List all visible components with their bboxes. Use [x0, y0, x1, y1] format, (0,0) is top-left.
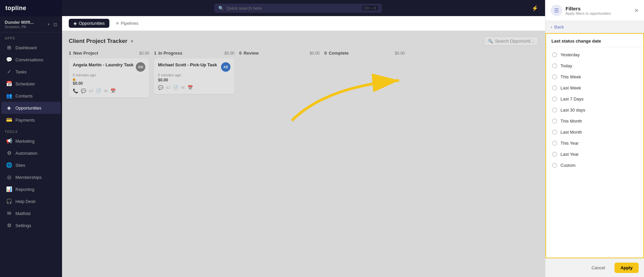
panel-subtitle: Apply filters to opportunities	[566, 11, 611, 15]
radio-last-year[interactable]: Last Year	[546, 149, 643, 160]
sidebar-item-sites[interactable]: 🌐 Sites	[1, 159, 61, 171]
radio-circle	[552, 74, 557, 79]
sidebar-item-conversations[interactable]: 💬 Conversations	[1, 54, 61, 66]
svg-text:AB: AB	[223, 65, 228, 69]
radio-label-this-year: This Year	[560, 141, 579, 146]
close-icon[interactable]: ✕	[634, 7, 639, 14]
tab-opportunities[interactable]: ◈ Opportunities	[69, 19, 109, 28]
sidebar-item-label: Conversations	[15, 57, 43, 62]
calendar-icon[interactable]: 📅	[187, 85, 193, 90]
calendar-icon[interactable]: 📅	[110, 88, 116, 93]
radio-yesterday[interactable]: Yesterday	[546, 49, 643, 60]
radio-last-30-days[interactable]: Last 30 days	[546, 105, 643, 116]
col-header-new-project: 1 New Project $0.00	[69, 51, 149, 56]
col-header-review: 0 Review $0.00	[239, 51, 320, 56]
org-selector[interactable]: Dunder Miffl... Scranton, PA ▾ ⊡	[0, 16, 62, 32]
main-area: 🔍 Ctrl + K ⚡ ◈ Opportunities ≡ Pipelines…	[62, 0, 545, 277]
phone-icon[interactable]: 📞	[73, 88, 78, 93]
chat-icon[interactable]: 💬	[81, 88, 86, 93]
file-icon[interactable]: 📄	[96, 88, 101, 93]
tools-section-label: Tools	[0, 126, 62, 135]
pipelines-tab-label: Pipelines	[121, 21, 139, 26]
col-title-complete: 0 Complete	[324, 51, 348, 56]
sidebar-item-label: Marketing	[15, 139, 35, 144]
tag-icon[interactable]: 🏷	[89, 88, 93, 93]
email-icon[interactable]: ✉	[104, 88, 108, 93]
apps-section-label: Apps	[0, 32, 62, 42]
card-time: 5 minutes ago	[158, 73, 230, 77]
radio-this-week[interactable]: This Week	[546, 71, 643, 82]
radio-today[interactable]: Today	[546, 60, 643, 71]
date-filter-title: Last status change date	[546, 34, 643, 47]
org-location: Scranton, PA	[5, 25, 45, 29]
radio-custom[interactable]: Custom	[546, 160, 643, 171]
helpdesk-icon: 🎧	[6, 198, 12, 204]
sidebar-item-tasks[interactable]: ✓ Tasks	[1, 66, 61, 78]
layout-icon[interactable]: ⊡	[53, 22, 57, 27]
sidebar-item-helpdesk[interactable]: 🎧 Help Desk	[1, 195, 61, 207]
col-title-in-progress: 1 In Progress	[154, 51, 182, 56]
lightning-icon[interactable]: ⚡	[532, 5, 538, 11]
tasks-icon: ✓	[6, 69, 12, 75]
back-button[interactable]: ‹ Back	[545, 21, 644, 33]
search-input[interactable]	[226, 6, 360, 11]
opportunities-icon: ◈	[6, 105, 12, 111]
search-opps-placeholder: Search Opportunit...	[495, 39, 534, 44]
pipeline-dropdown-icon[interactable]: ▾	[131, 39, 133, 44]
marketing-icon: 📢	[6, 138, 12, 144]
tab-pipelines[interactable]: ≡ Pipelines	[111, 19, 143, 28]
filter-icon: ☰	[551, 5, 562, 16]
radio-last-7-days[interactable]: Last 7 Days	[546, 93, 643, 105]
sidebar-item-payments[interactable]: 💳 Payments	[1, 114, 61, 126]
sidebar-item-opportunities[interactable]: ◈ Opportunities	[1, 102, 61, 114]
card-michael-scott[interactable]: Michael Scott - Pick-Up Task AB 5 minute…	[154, 58, 234, 94]
chat-icon[interactable]: 💬	[158, 85, 163, 90]
apply-button[interactable]: Apply	[614, 263, 639, 273]
card-amount: $0.00	[73, 81, 145, 86]
kanban-col-new-project: 1 New Project $0.00 Angela Martin - Laun…	[69, 51, 149, 266]
logo-area: topline	[0, 0, 62, 16]
pipelines-tab-icon: ≡	[116, 21, 119, 26]
radio-last-month[interactable]: Last Month	[546, 127, 643, 138]
topbar: 🔍 Ctrl + K ⚡	[62, 0, 545, 16]
col-title-new-project: 1 New Project	[69, 51, 98, 56]
sidebar-item-automation[interactable]: ⚙ Automation	[1, 147, 61, 159]
back-label: Back	[554, 24, 564, 29]
radio-last-week[interactable]: Last Week	[546, 82, 643, 93]
radio-circle	[552, 152, 557, 157]
search-bar[interactable]: 🔍 Ctrl + K	[214, 4, 382, 13]
search-opportunities[interactable]: 🔍 Search Opportunit...	[484, 36, 538, 46]
sidebar-item-marketing[interactable]: 📢 Marketing	[1, 135, 61, 147]
file-icon[interactable]: 📄	[173, 85, 178, 90]
sidebar-item-dashboard[interactable]: ⊞ Dashboard	[1, 42, 61, 54]
radio-circle	[552, 63, 557, 68]
radio-this-year[interactable]: This Year	[546, 138, 643, 149]
sidebar-item-label: Sites	[15, 163, 25, 168]
sidebar-item-reporting[interactable]: 📊 Reporting	[1, 183, 61, 195]
radio-label-last-month: Last Month	[560, 130, 582, 135]
sidebar-item-label: Reporting	[15, 187, 34, 192]
col-header-in-progress: 1 In Progress $0.00	[154, 51, 234, 56]
sidebar-item-label: Payments	[15, 118, 35, 123]
sidebar-item-scheduler[interactable]: 📅 Scheduler	[1, 78, 61, 90]
panel-header: ☰ Filters Apply filters to opportunities…	[545, 0, 644, 21]
sidebar-item-label: Opportunities	[15, 106, 41, 111]
sidebar-item-label: Help Desk	[15, 199, 36, 204]
card-amount: $0.00	[158, 78, 230, 82]
card-title: Angela Martin - Laundry Task	[73, 62, 133, 67]
radio-circle	[552, 163, 557, 168]
tag-icon[interactable]: 🏷	[166, 85, 170, 90]
subnav: ◈ Opportunities ≡ Pipelines	[62, 16, 545, 31]
svg-text:AM: AM	[138, 65, 143, 69]
sidebar-item-settings[interactable]: ⚙ Settings	[1, 219, 61, 231]
sidebar-item-mailfold[interactable]: ✉ Mailfold	[1, 207, 61, 219]
sidebar-item-contacts[interactable]: 👥 Contacts	[1, 90, 61, 102]
email-icon[interactable]: ✉	[181, 85, 185, 90]
card-time: 5 minutes ago	[73, 73, 145, 77]
scheduler-icon: 📅	[6, 81, 12, 87]
radio-this-month[interactable]: This Month	[546, 116, 643, 127]
card-angela-martin[interactable]: Angela Martin - Laundry Task AM 5 minute…	[69, 58, 149, 97]
sidebar-item-memberships[interactable]: ◎ Memberships	[1, 171, 61, 183]
automation-icon: ⚙	[6, 150, 12, 156]
cancel-button[interactable]: Cancel	[585, 263, 611, 273]
